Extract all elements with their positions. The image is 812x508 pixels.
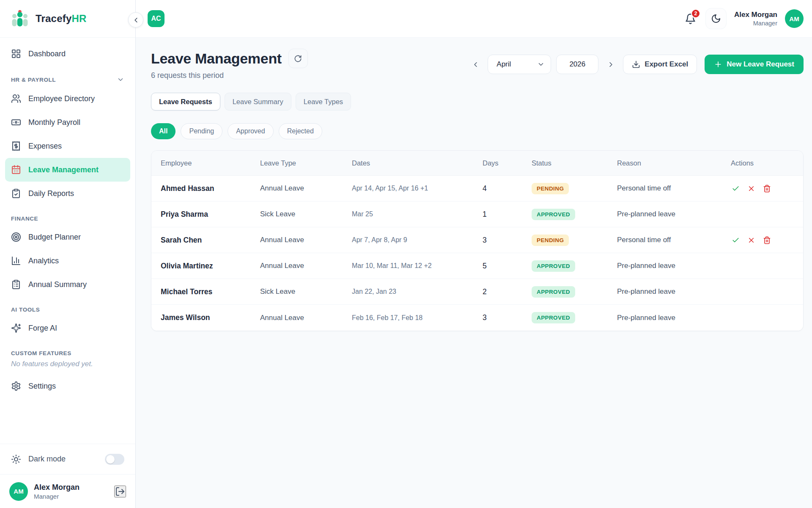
section-title: FINANCE: [11, 215, 38, 222]
leave-requests-table: Employee Leave Type Dates Days Status Re…: [151, 150, 804, 331]
sidebar-item-budget-planner[interactable]: Budget Planner: [5, 225, 130, 249]
notification-count-badge: 2: [691, 9, 700, 18]
trash-icon: [763, 236, 771, 244]
status-badge: APPROVED: [532, 260, 575, 272]
leave-reason: Pre-planned leave: [608, 210, 721, 218]
tab-leave-summary[interactable]: Leave Summary: [225, 93, 291, 110]
page-subtitle: 6 requests this period: [151, 71, 308, 80]
filter-rejected[interactable]: Rejected: [279, 123, 322, 139]
clipboard-check-icon: [11, 188, 21, 199]
approve-button[interactable]: [731, 184, 741, 193]
sidebar-item-label: Monthly Payroll: [28, 118, 80, 127]
sidebar-item-monthly-payroll[interactable]: Monthly Payroll: [5, 110, 130, 134]
workspace-badge[interactable]: AC: [148, 10, 165, 27]
export-excel-label: Export Excel: [645, 60, 688, 69]
dark-mode-toggle[interactable]: [105, 454, 124, 465]
sidebar-item-annual-summary[interactable]: Annual Summary: [5, 273, 130, 296]
filter-all[interactable]: All: [151, 123, 176, 139]
sidebar-item-analytics[interactable]: Analytics: [5, 249, 130, 273]
employee-name: James Wilson: [151, 313, 251, 322]
sidebar-item-label: Expenses: [28, 142, 62, 151]
tabs: Leave Requests Leave Summary Leave Types: [151, 93, 804, 110]
leave-dates: Jan 22, Jan 23: [343, 288, 473, 295]
column-header-days: Days: [473, 159, 522, 167]
x-icon: [747, 185, 755, 193]
topbar: AC 2 Alex Morgan Manager AM: [136, 0, 812, 38]
table-row: Sarah Chen Annual Leave Apr 7, Apr 8, Ap…: [151, 227, 803, 253]
sidebar-item-daily-reports[interactable]: Daily Reports: [5, 182, 130, 205]
sidebar-item-label: Leave Management: [28, 166, 99, 174]
user-role: Manager: [34, 493, 80, 500]
trash-icon: [763, 185, 771, 193]
gear-icon: [11, 381, 21, 391]
leave-reason: Pre-planned leave: [608, 314, 721, 322]
status-badge: APPROVED: [532, 312, 575, 323]
column-header-reason: Reason: [608, 159, 721, 167]
tab-leave-requests[interactable]: Leave Requests: [151, 93, 220, 110]
sparkles-icon: [11, 323, 21, 333]
refresh-button[interactable]: [288, 49, 308, 68]
export-excel-button[interactable]: Export Excel: [623, 55, 697, 74]
sidebar-item-leave-management[interactable]: Leave Management: [5, 158, 130, 182]
topbar-user-info: Alex Morgan Manager: [734, 11, 777, 27]
month-select[interactable]: April: [488, 55, 551, 74]
approve-button[interactable]: [731, 235, 741, 245]
status-badge: PENDING: [532, 235, 569, 246]
next-month-button[interactable]: [604, 55, 618, 74]
plus-icon: [714, 60, 722, 69]
logout-button[interactable]: [114, 486, 126, 497]
table-header-row: Employee Leave Type Dates Days Status Re…: [151, 151, 803, 176]
chevron-left-icon: [472, 61, 480, 69]
sidebar-item-label: Daily Reports: [28, 189, 74, 198]
user-name: Alex Morgan: [34, 483, 80, 492]
year-select[interactable]: 2026: [556, 55, 598, 74]
leave-type: Sick Leave: [251, 287, 343, 296]
clipboard-list-icon: [11, 279, 21, 290]
page-title: Leave Management: [151, 50, 282, 67]
sidebar-item-dashboard[interactable]: Dashboard: [5, 42, 130, 66]
previous-month-button[interactable]: [468, 55, 483, 74]
sidebar-item-forge-ai[interactable]: Forge AI: [5, 316, 130, 340]
leave-reason: Personal time off: [608, 236, 721, 244]
sidebar-item-label: Forge AI: [28, 324, 57, 333]
employee-name: Priya Sharma: [151, 210, 251, 219]
sidebar-item-employee-directory[interactable]: Employee Directory: [5, 87, 130, 110]
sidebar-item-settings[interactable]: Settings: [5, 374, 130, 398]
sidebar-item-label: Dashboard: [28, 50, 66, 58]
check-icon: [732, 236, 740, 244]
calendar-icon: [11, 165, 21, 175]
new-leave-request-button[interactable]: New Leave Request: [705, 55, 804, 74]
target-icon: [11, 232, 21, 242]
avatar: AM: [9, 482, 28, 501]
user-role: Manager: [753, 20, 777, 27]
theme-toggle-button[interactable]: [705, 8, 727, 29]
bar-chart-icon: [11, 256, 21, 266]
delete-button[interactable]: [762, 235, 772, 245]
table-row: Ahmed Hassan Annual Leave Apr 14, Apr 15…: [151, 176, 803, 202]
employee-name: Sarah Chen: [151, 236, 251, 245]
reject-button[interactable]: [746, 184, 756, 193]
section-title: CUSTOM FEATURES: [11, 350, 71, 356]
year-select-value: 2026: [569, 60, 585, 69]
status-badge: APPROVED: [532, 286, 575, 298]
download-icon: [632, 60, 640, 69]
reject-button[interactable]: [746, 235, 756, 245]
column-header-leave-type: Leave Type: [251, 159, 343, 167]
filter-pending[interactable]: Pending: [181, 123, 222, 139]
employee-name: Michael Torres: [151, 287, 251, 296]
leave-type: Sick Leave: [251, 210, 343, 218]
section-hr-payroll[interactable]: HR & PAYROLL: [11, 76, 124, 83]
avatar[interactable]: AM: [785, 9, 804, 28]
tracefyhr-logo-icon: [10, 9, 30, 28]
sidebar-item-expenses[interactable]: Expenses: [5, 134, 130, 158]
employee-name: Olivia Martinez: [151, 262, 251, 271]
filter-approved[interactable]: Approved: [228, 123, 274, 139]
delete-button[interactable]: [762, 184, 772, 193]
tab-leave-types[interactable]: Leave Types: [296, 93, 351, 110]
notifications-button[interactable]: 2: [683, 11, 698, 26]
main-area: AC 2 Alex Morgan Manager AM Leave Manage…: [136, 0, 812, 508]
sidebar-nav: Dashboard HR & PAYROLL Employee Director…: [0, 38, 135, 398]
leave-days: 3: [473, 236, 522, 245]
column-header-dates: Dates: [343, 159, 473, 167]
sidebar-collapse-button[interactable]: [128, 12, 143, 28]
